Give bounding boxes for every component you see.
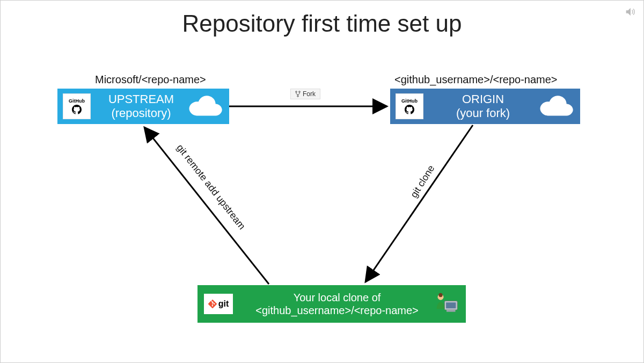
- github-badge-text: GitHub: [401, 98, 418, 104]
- local-box: git Your local clone of <github_username…: [197, 285, 466, 323]
- svg-point-7: [297, 96, 299, 97]
- github-badge: GitHub: [63, 93, 91, 119]
- slide-title: Repository first time set up: [1, 10, 643, 37]
- origin-title: ORIGIN: [429, 92, 537, 106]
- local-title: Your local clone of: [239, 291, 435, 304]
- svg-line-9: [365, 125, 473, 282]
- git-remote-add-label: git remote add upstream: [174, 142, 247, 232]
- origin-box: GitHub ORIGIN (your fork): [390, 89, 580, 124]
- origin-subtitle: (your fork): [429, 106, 537, 120]
- svg-line-10: [144, 127, 269, 284]
- git-badge: git: [204, 294, 233, 314]
- fork-text: Fork: [303, 90, 316, 98]
- upstream-text: UPSTREAM (repository): [96, 92, 186, 121]
- upstream-path-label: Microsoft/<repo-name>: [95, 74, 206, 86]
- octocat-icon: [404, 105, 415, 114]
- octocat-icon: [71, 105, 82, 114]
- git-badge-text: git: [218, 299, 229, 309]
- svg-point-5: [296, 91, 297, 93]
- svg-point-6: [299, 91, 301, 93]
- github-badge: GitHub: [396, 93, 423, 119]
- upstream-title: UPSTREAM: [96, 92, 186, 106]
- local-subtitle: <github_username>/<repo-name>: [239, 304, 435, 317]
- github-badge-text: GitHub: [69, 98, 85, 104]
- local-text: Your local clone of <github_username>/<r…: [239, 291, 435, 317]
- git-clone-label: git clone: [408, 163, 437, 200]
- upstream-subtitle: (repository): [96, 106, 186, 120]
- fork-icon: [295, 91, 301, 97]
- user-computer-icon: [435, 292, 458, 316]
- svg-point-4: [438, 293, 442, 297]
- svg-rect-2: [447, 310, 456, 312]
- origin-path-label: <github_username>/<repo-name>: [394, 74, 558, 86]
- fork-button-label: Fork: [290, 89, 320, 99]
- cloud-icon: [186, 95, 224, 118]
- cloud-icon: [537, 95, 575, 118]
- origin-text: ORIGIN (your fork): [429, 92, 537, 121]
- svg-rect-1: [446, 302, 456, 308]
- git-icon: [208, 300, 217, 308]
- upstream-box: GitHub UPSTREAM (repository): [57, 89, 229, 124]
